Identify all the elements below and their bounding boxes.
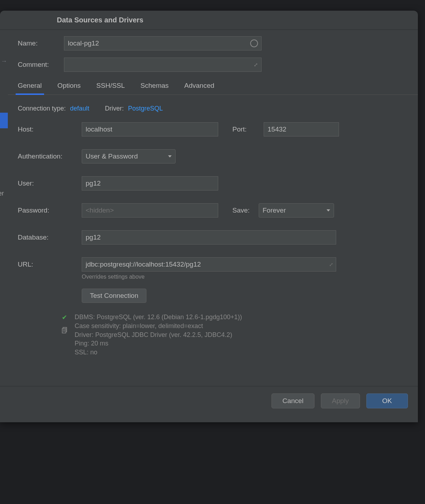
status-driver: Driver: PostgreSQL JDBC Driver (ver. 42.… [75,331,242,339]
authentication-label: Authentication: [18,152,82,160]
status-ping: Ping: 20 ms [75,339,242,348]
status-case: Case sensitivity: plain=lower, delimited… [75,322,242,331]
dialog-title: Data Sources and Drivers [0,11,418,30]
database-input[interactable] [82,230,336,245]
connection-type-label: Connection type: [18,105,66,112]
test-connection-button[interactable]: Test Connection [82,289,146,303]
name-label: Name: [18,39,64,47]
user-label: User: [18,179,82,187]
port-input[interactable] [264,122,339,136]
authentication-select[interactable]: User & Password [82,149,176,163]
color-indicator-icon[interactable] [250,39,258,47]
password-input[interactable] [82,203,218,218]
dialog-body: → er Name: Comment: ⤢ General [0,30,418,422]
content-area: Name: Comment: ⤢ General Options SSH/SSL… [8,30,418,422]
driver-link[interactable]: PostgreSQL [128,105,163,112]
authentication-value: User & Password [86,152,138,160]
copy-icon[interactable] [62,327,68,335]
save-select[interactable]: Forever [259,203,334,218]
left-sidebar-strip: → er [0,30,8,422]
expand-icon[interactable]: ⤢ [329,262,333,267]
dialog-footer: Cancel Apply OK [0,386,418,415]
tabs-bar: General Options SSH/SSL Schemas Advanced [8,79,418,95]
ok-button[interactable]: OK [366,393,408,408]
expand-icon[interactable]: ⤢ [254,62,258,68]
driver-label: Driver: [105,105,124,112]
connection-status-block: ✔ DBMS: PostgreSQL (ver. 12.6 (Debian 12… [62,313,408,357]
tab-sshssl[interactable]: SSH/SSL [96,79,125,95]
user-input[interactable] [82,176,218,191]
name-input[interactable] [64,36,262,50]
tab-advanced[interactable]: Advanced [184,79,215,95]
host-label: Host: [18,125,82,133]
database-label: Database: [18,234,82,241]
cancel-button[interactable]: Cancel [271,393,314,408]
apply-button[interactable]: Apply [321,393,360,408]
collapse-arrow-icon[interactable]: → [1,58,7,65]
host-input[interactable] [82,122,218,136]
status-ssl: SSL: no [75,348,242,357]
chevron-down-icon [168,155,172,157]
chevron-down-icon [327,209,330,211]
tab-options[interactable]: Options [58,79,81,95]
connection-status-text: DBMS: PostgreSQL (ver. 12.6 (Debian 12.6… [75,313,242,357]
status-dbms: DBMS: PostgreSQL (ver. 12.6 (Debian 12.6… [75,313,242,322]
tab-schemas[interactable]: Schemas [140,79,168,95]
save-value: Forever [263,207,286,214]
tab-general[interactable]: General [18,79,42,95]
url-label: URL: [18,261,82,268]
sidebar-selection-indicator [0,113,8,128]
data-sources-dialog: Data Sources and Drivers → er Name: Comm… [0,11,418,422]
port-label: Port: [232,125,264,133]
connection-type-link[interactable]: default [70,105,89,112]
url-input[interactable] [82,257,336,272]
save-label: Save: [232,207,259,214]
check-icon: ✔ [62,313,68,321]
comment-label: Comment: [18,61,64,69]
password-label: Password: [18,207,82,214]
comment-input[interactable] [64,58,262,72]
url-helper-text: Overrides settings above [82,274,408,280]
